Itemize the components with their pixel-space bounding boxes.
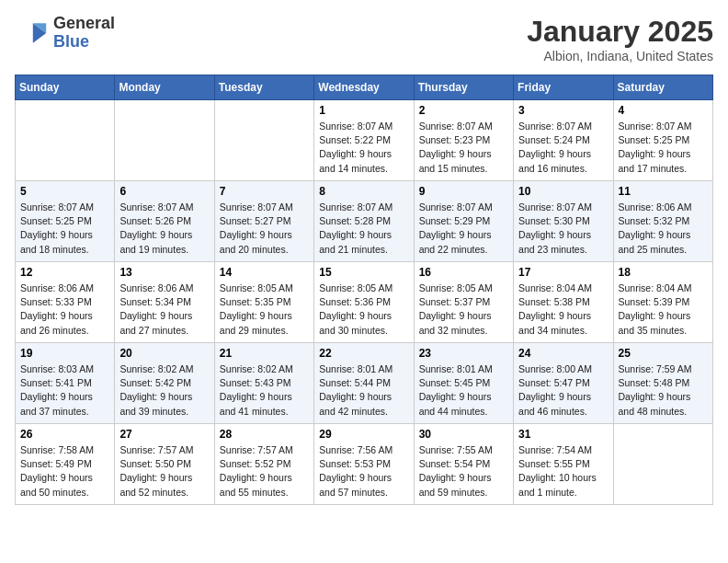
day-number: 1 bbox=[319, 104, 408, 117]
day-info: Sunrise: 8:05 AMSunset: 5:35 PMDaylight:… bbox=[220, 282, 309, 338]
calendar-cell: 20Sunrise: 8:02 AMSunset: 5:42 PMDayligh… bbox=[115, 343, 214, 424]
day-number: 5 bbox=[20, 185, 109, 198]
day-info: Sunrise: 7:55 AMSunset: 5:54 PMDaylight:… bbox=[419, 443, 508, 500]
week-row-4: 19Sunrise: 8:03 AMSunset: 5:41 PMDayligh… bbox=[16, 343, 713, 424]
calendar-cell: 29Sunrise: 7:56 AMSunset: 5:53 PMDayligh… bbox=[314, 424, 414, 505]
day-info: Sunrise: 8:07 AMSunset: 5:25 PMDaylight:… bbox=[619, 120, 708, 176]
calendar-cell: 26Sunrise: 7:58 AMSunset: 5:49 PMDayligh… bbox=[16, 424, 115, 505]
day-number: 4 bbox=[619, 104, 708, 117]
day-info: Sunrise: 8:07 AMSunset: 5:25 PMDaylight:… bbox=[20, 201, 109, 257]
header-thursday: Thursday bbox=[414, 75, 513, 100]
day-info: Sunrise: 8:00 AMSunset: 5:47 PMDaylight:… bbox=[518, 362, 608, 419]
day-info: Sunrise: 8:07 AMSunset: 5:22 PMDaylight:… bbox=[319, 120, 408, 176]
day-number: 6 bbox=[119, 185, 209, 198]
day-number: 20 bbox=[119, 347, 209, 360]
day-info: Sunrise: 8:04 AMSunset: 5:39 PMDaylight:… bbox=[619, 282, 708, 338]
calendar-cell: 9Sunrise: 8:07 AMSunset: 5:29 PMDaylight… bbox=[414, 181, 513, 262]
calendar-cell bbox=[214, 100, 313, 181]
header-wednesday: Wednesday bbox=[314, 75, 414, 100]
day-info: Sunrise: 7:59 AMSunset: 5:48 PMDaylight:… bbox=[619, 362, 708, 419]
day-number: 30 bbox=[419, 428, 508, 441]
calendar-cell bbox=[16, 100, 115, 181]
calendar-cell: 21Sunrise: 8:02 AMSunset: 5:43 PMDayligh… bbox=[214, 343, 313, 424]
day-number: 7 bbox=[220, 185, 309, 198]
day-info: Sunrise: 8:07 AMSunset: 5:24 PMDaylight:… bbox=[518, 120, 608, 176]
month-title: January 2025 bbox=[527, 15, 713, 49]
calendar-cell: 4Sunrise: 8:07 AMSunset: 5:25 PMDaylight… bbox=[613, 100, 712, 181]
day-info: Sunrise: 7:58 AMSunset: 5:49 PMDaylight:… bbox=[20, 443, 109, 500]
title-block: January 2025 Albion, Indiana, United Sta… bbox=[527, 15, 713, 63]
week-row-1: 1Sunrise: 8:07 AMSunset: 5:22 PMDaylight… bbox=[16, 100, 713, 181]
header-sunday: Sunday bbox=[16, 75, 115, 100]
day-number: 25 bbox=[619, 347, 708, 360]
logo-icon bbox=[15, 17, 48, 50]
day-number: 22 bbox=[319, 347, 408, 360]
day-number: 16 bbox=[419, 266, 508, 279]
calendar-cell: 27Sunrise: 7:57 AMSunset: 5:50 PMDayligh… bbox=[115, 424, 214, 505]
day-info: Sunrise: 8:07 AMSunset: 5:27 PMDaylight:… bbox=[220, 201, 309, 257]
header-friday: Friday bbox=[514, 75, 613, 100]
day-info: Sunrise: 8:05 AMSunset: 5:37 PMDaylight:… bbox=[419, 282, 508, 338]
day-number: 29 bbox=[319, 428, 408, 441]
header-monday: Monday bbox=[115, 75, 214, 100]
calendar-cell: 25Sunrise: 7:59 AMSunset: 5:48 PMDayligh… bbox=[613, 343, 712, 424]
day-info: Sunrise: 8:06 AMSunset: 5:32 PMDaylight:… bbox=[619, 201, 708, 257]
calendar-table: SundayMondayTuesdayWednesdayThursdayFrid… bbox=[15, 75, 713, 505]
calendar-cell: 11Sunrise: 8:06 AMSunset: 5:32 PMDayligh… bbox=[613, 181, 712, 262]
day-number: 9 bbox=[419, 185, 508, 198]
calendar-cell: 10Sunrise: 8:07 AMSunset: 5:30 PMDayligh… bbox=[514, 181, 613, 262]
header-tuesday: Tuesday bbox=[214, 75, 313, 100]
day-number: 19 bbox=[20, 347, 109, 360]
day-info: Sunrise: 8:07 AMSunset: 5:29 PMDaylight:… bbox=[419, 201, 508, 257]
day-info: Sunrise: 8:06 AMSunset: 5:33 PMDaylight:… bbox=[20, 282, 109, 338]
day-info: Sunrise: 8:07 AMSunset: 5:28 PMDaylight:… bbox=[319, 201, 408, 257]
calendar-cell bbox=[115, 100, 214, 181]
calendar-cell: 1Sunrise: 8:07 AMSunset: 5:22 PMDaylight… bbox=[314, 100, 414, 181]
page-header: General Blue January 2025 Albion, Indian… bbox=[15, 15, 713, 63]
day-info: Sunrise: 8:07 AMSunset: 5:26 PMDaylight:… bbox=[119, 201, 209, 257]
day-info: Sunrise: 8:06 AMSunset: 5:34 PMDaylight:… bbox=[119, 282, 209, 338]
day-number: 15 bbox=[319, 266, 408, 279]
day-info: Sunrise: 7:57 AMSunset: 5:50 PMDaylight:… bbox=[119, 443, 209, 500]
calendar-cell: 19Sunrise: 8:03 AMSunset: 5:41 PMDayligh… bbox=[16, 343, 115, 424]
calendar-cell: 15Sunrise: 8:05 AMSunset: 5:36 PMDayligh… bbox=[314, 262, 414, 343]
day-number: 11 bbox=[619, 185, 708, 198]
location-text: Albion, Indiana, United States bbox=[527, 49, 713, 63]
calendar-cell: 12Sunrise: 8:06 AMSunset: 5:33 PMDayligh… bbox=[16, 262, 115, 343]
day-number: 28 bbox=[220, 428, 309, 441]
calendar-cell: 8Sunrise: 8:07 AMSunset: 5:28 PMDaylight… bbox=[314, 181, 414, 262]
day-number: 17 bbox=[518, 266, 608, 279]
day-number: 23 bbox=[419, 347, 508, 360]
day-info: Sunrise: 8:03 AMSunset: 5:41 PMDaylight:… bbox=[20, 362, 109, 419]
calendar-cell: 5Sunrise: 8:07 AMSunset: 5:25 PMDaylight… bbox=[16, 181, 115, 262]
day-number: 31 bbox=[518, 428, 608, 441]
day-info: Sunrise: 8:01 AMSunset: 5:45 PMDaylight:… bbox=[419, 362, 508, 419]
day-info: Sunrise: 8:02 AMSunset: 5:43 PMDaylight:… bbox=[220, 362, 309, 419]
day-info: Sunrise: 8:04 AMSunset: 5:38 PMDaylight:… bbox=[518, 282, 608, 338]
calendar-cell: 24Sunrise: 8:00 AMSunset: 5:47 PMDayligh… bbox=[514, 343, 613, 424]
calendar-cell: 13Sunrise: 8:06 AMSunset: 5:34 PMDayligh… bbox=[115, 262, 214, 343]
calendar-cell bbox=[613, 424, 712, 505]
day-number: 24 bbox=[518, 347, 608, 360]
day-info: Sunrise: 8:07 AMSunset: 5:30 PMDaylight:… bbox=[518, 201, 608, 257]
day-info: Sunrise: 7:56 AMSunset: 5:53 PMDaylight:… bbox=[319, 443, 408, 500]
day-number: 26 bbox=[20, 428, 109, 441]
day-number: 27 bbox=[119, 428, 209, 441]
calendar-cell: 6Sunrise: 8:07 AMSunset: 5:26 PMDaylight… bbox=[115, 181, 214, 262]
day-info: Sunrise: 8:07 AMSunset: 5:23 PMDaylight:… bbox=[419, 120, 508, 176]
calendar-cell: 3Sunrise: 8:07 AMSunset: 5:24 PMDaylight… bbox=[514, 100, 613, 181]
calendar-cell: 14Sunrise: 8:05 AMSunset: 5:35 PMDayligh… bbox=[214, 262, 313, 343]
day-number: 14 bbox=[220, 266, 309, 279]
week-row-5: 26Sunrise: 7:58 AMSunset: 5:49 PMDayligh… bbox=[16, 424, 713, 505]
calendar-cell: 2Sunrise: 8:07 AMSunset: 5:23 PMDaylight… bbox=[414, 100, 513, 181]
calendar-cell: 7Sunrise: 8:07 AMSunset: 5:27 PMDaylight… bbox=[214, 181, 313, 262]
day-number: 8 bbox=[319, 185, 408, 198]
calendar-header-row: SundayMondayTuesdayWednesdayThursdayFrid… bbox=[16, 75, 713, 100]
day-number: 21 bbox=[220, 347, 309, 360]
day-info: Sunrise: 8:01 AMSunset: 5:44 PMDaylight:… bbox=[319, 362, 408, 419]
day-number: 12 bbox=[20, 266, 109, 279]
calendar-cell: 30Sunrise: 7:55 AMSunset: 5:54 PMDayligh… bbox=[414, 424, 513, 505]
day-number: 2 bbox=[419, 104, 508, 117]
day-number: 18 bbox=[619, 266, 708, 279]
logo: General Blue bbox=[15, 15, 115, 52]
